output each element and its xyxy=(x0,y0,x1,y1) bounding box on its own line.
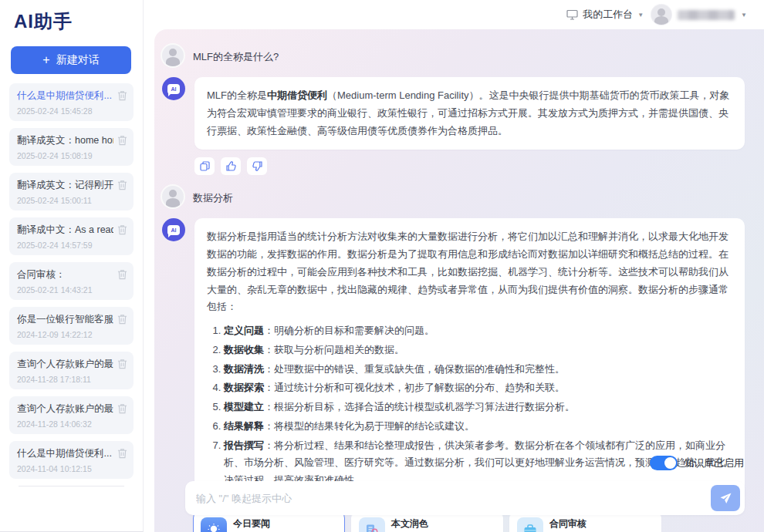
knowledge-base-toggle-group: 知识库已启用 xyxy=(650,456,744,470)
trash-icon[interactable] xyxy=(117,403,127,414)
monitor-icon xyxy=(566,9,578,20)
conversation-item[interactable]: 什么是中期借贷便利... 2024-11-04 10:12:15 xyxy=(9,441,134,479)
main-area: 我的工作台 ▼ ▼ MLF的全称是什么? AI MLF的全称是中期借贷便利（Me… xyxy=(144,0,764,532)
message-input[interactable] xyxy=(196,493,711,504)
plus-icon: + xyxy=(42,53,49,67)
thumbs-up-button[interactable] xyxy=(221,157,241,175)
top-bar: 我的工作台 ▼ ▼ xyxy=(144,0,764,29)
knowledge-base-toggle[interactable] xyxy=(650,456,678,470)
briefcase-icon xyxy=(517,517,543,532)
app-logo: AI助手 xyxy=(0,0,143,39)
ai-avatar-icon: AI xyxy=(162,218,185,241)
conversation-item[interactable]: 翻译成英文：home home 2025-02-24 15:08:19 xyxy=(9,128,134,166)
bulb-icon xyxy=(201,517,227,532)
list-end-divider xyxy=(19,486,124,487)
list-item: 结果解释：将模型的结果转化为易于理解的结论或建议。 xyxy=(224,418,732,436)
trash-icon[interactable] xyxy=(117,448,127,459)
conversation-item[interactable]: 查询个人存款账户的最新... 2024-11-28 14:06:32 xyxy=(9,396,134,434)
trash-icon[interactable] xyxy=(117,90,127,101)
knowledge-base-label: 知识库已启用 xyxy=(684,456,744,470)
conversation-list: 什么是中期借贷便利... 2025-02-24 15:45:28 翻译成英文：h… xyxy=(0,77,143,487)
send-button[interactable] xyxy=(711,485,740,511)
thumbs-down-icon xyxy=(252,161,262,171)
user-menu[interactable]: ▼ xyxy=(651,5,747,25)
list-item: 定义问题：明确分析的目标和需要解决的问题。 xyxy=(224,322,732,340)
chevron-down-icon: ▼ xyxy=(741,12,747,19)
workspace-menu[interactable]: 我的工作台 ▼ xyxy=(566,8,644,22)
list-item: 数据清洗：处理数据中的错误、重复或缺失值，确保数据的准确性和完整性。 xyxy=(224,361,732,379)
thumbs-up-icon xyxy=(226,161,236,171)
list-item: 模型建立：根据分析目标，选择合适的统计模型或机器学习算法进行数据分析。 xyxy=(224,399,732,416)
ai-avatar-icon: AI xyxy=(162,77,185,100)
username-redacted xyxy=(678,10,735,20)
document-polish-icon xyxy=(359,517,385,532)
trash-icon[interactable] xyxy=(117,224,127,235)
user-message: 数据分析 xyxy=(162,186,745,207)
paper-plane-icon xyxy=(719,492,732,505)
conversation-item[interactable]: 什么是中期借贷便利... 2025-02-24 15:45:28 xyxy=(9,83,134,121)
user-avatar xyxy=(162,45,184,66)
conversation-item[interactable]: 翻译成中文：As a reader... 2025-02-24 14:57:59 xyxy=(9,217,134,255)
trash-icon[interactable] xyxy=(117,135,127,146)
ai-message-card: MLF的全称是中期借贷便利（Medium-term Lending Facili… xyxy=(194,77,745,150)
user-avatar xyxy=(162,186,184,207)
user-message-text: 数据分析 xyxy=(193,186,233,205)
trash-icon[interactable] xyxy=(117,180,127,190)
message-actions xyxy=(194,157,745,175)
trash-icon[interactable] xyxy=(117,269,127,280)
copy-button[interactable] xyxy=(194,157,215,175)
ai-message: AI MLF的全称是中期借贷便利（Medium-term Lending Fac… xyxy=(162,77,745,150)
chat-panel: MLF的全称是什么? AI MLF的全称是中期借贷便利（Medium-term … xyxy=(154,29,764,532)
list-item: 数据收集：获取与分析问题相关的数据。 xyxy=(224,342,732,359)
user-message: MLF的全称是什么? xyxy=(162,45,745,66)
conversation-item[interactable]: 你是一位银行智能客服，... 2024-12-09 14:22:12 xyxy=(9,307,134,345)
new-chat-button[interactable]: + 新建对话 xyxy=(11,46,131,74)
avatar xyxy=(651,5,671,25)
copy-icon xyxy=(200,161,210,171)
user-message-text: MLF的全称是什么? xyxy=(193,45,279,64)
conversation-item[interactable]: 翻译成英文：记得刚开始... 2025-02-24 15:00:11 xyxy=(9,173,134,210)
thumbs-down-button[interactable] xyxy=(247,157,267,175)
message-input-bar xyxy=(185,481,745,515)
conversation-item[interactable]: 合同审核： 2025-02-21 14:43:21 xyxy=(9,262,134,300)
conversation-item[interactable]: 查询个人存款账户的最新... 2024-11-28 17:18:11 xyxy=(9,352,134,389)
ai-intro-text: 数据分析是指用适当的统计分析方法对收集来的大量数据进行分析，将它们加以汇总和理解… xyxy=(207,231,729,312)
list-item: 数据探索：通过统计分析和可视化技术，初步了解数据的分布、趋势和关联。 xyxy=(224,379,732,397)
trash-icon[interactable] xyxy=(117,359,127,369)
trash-icon[interactable] xyxy=(117,314,127,325)
sidebar: AI助手 + 新建对话 什么是中期借贷便利... 2025-02-24 15:4… xyxy=(0,0,144,532)
chevron-down-icon: ▼ xyxy=(637,12,644,19)
